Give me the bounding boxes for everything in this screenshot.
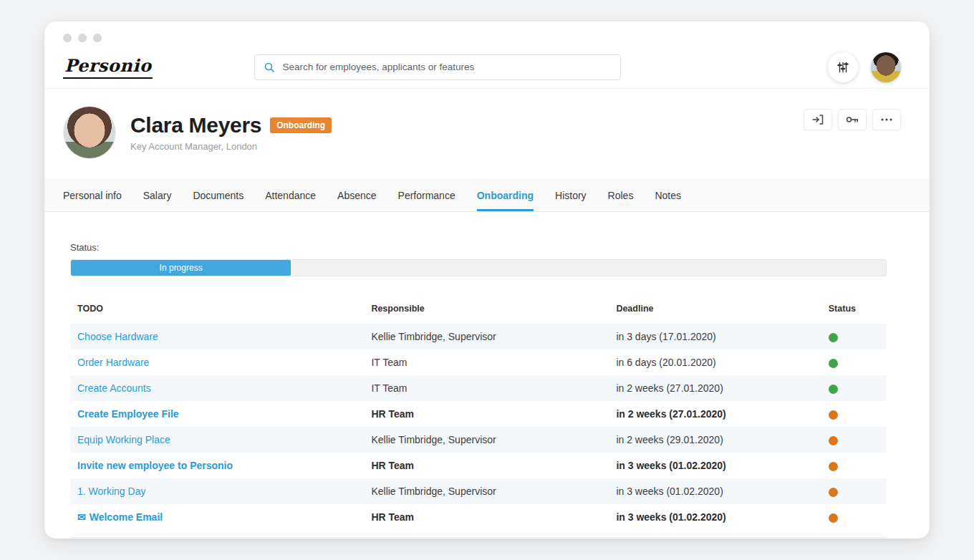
sign-in-arrow-icon xyxy=(812,115,824,125)
todo-link[interactable]: Welcome Email xyxy=(90,511,163,523)
column-header-responsible: Responsible xyxy=(364,294,609,324)
tab-salary[interactable]: Salary xyxy=(143,180,172,211)
tab-attendance[interactable]: Attendance xyxy=(265,180,316,211)
employee-header: Clara Meyers Onboarding Key Account Mana… xyxy=(44,89,930,179)
todo-link[interactable]: Create Accounts xyxy=(77,382,151,394)
onboarding-panel: Status: In progress TODO Responsible Dea… xyxy=(44,212,930,539)
todo-link[interactable]: Order Hardware xyxy=(77,357,149,368)
responsible-cell: HR Team xyxy=(364,401,609,427)
global-search[interactable] xyxy=(254,54,621,80)
responsible-cell: Kellie Timbridge, Supervisor xyxy=(364,324,609,349)
password-key-button[interactable] xyxy=(838,109,867,130)
deadline-cell: in 3 weeks (01.02.2020) xyxy=(609,504,821,530)
impersonate-login-button[interactable] xyxy=(804,109,832,130)
status-dot xyxy=(829,410,838,420)
responsible-cell: HR Team xyxy=(364,504,609,530)
tab-documents[interactable]: Documents xyxy=(193,180,244,211)
table-row: Create Accounts IT Team in 2 weeks (27.0… xyxy=(70,375,887,401)
search-input[interactable] xyxy=(282,62,612,72)
employee-name: Clara Meyers xyxy=(130,113,261,137)
personio-logo[interactable]: Personio xyxy=(63,55,153,79)
table-row: Equip Working Place Kellie Timbridge, Su… xyxy=(70,427,887,453)
column-header-todo: TODO xyxy=(70,294,364,324)
table-row: ✉Welcome Email HR Team in 3 weeks (01.02… xyxy=(70,504,887,530)
search-icon xyxy=(264,62,275,73)
table-row: Invite new employee to Personio HR Team … xyxy=(70,453,887,478)
todo-link[interactable]: 1. Working Day xyxy=(77,486,145,497)
status-dot xyxy=(829,385,838,394)
table-header-row: TODO Responsible Deadline Status xyxy=(70,294,887,324)
tab-absence[interactable]: Absence xyxy=(337,180,376,211)
tab-roles[interactable]: Roles xyxy=(608,180,634,211)
deadline-cell: in 3 weeks (01.02.2020) xyxy=(609,478,821,504)
tab-personal-info[interactable]: Personal info xyxy=(63,180,122,211)
todo-link[interactable]: Invite new employee to Personio xyxy=(77,460,233,471)
tab-history[interactable]: History xyxy=(555,180,587,211)
more-options-button[interactable] xyxy=(872,109,901,130)
todo-link[interactable]: Create Employee File xyxy=(77,408,179,420)
filter-settings-button[interactable] xyxy=(828,52,858,82)
tab-performance[interactable]: Performance xyxy=(398,180,455,211)
employee-role: Key Account Manager, London xyxy=(130,141,332,152)
deadline-cell: in 3 weeks (01.02.2020) xyxy=(609,453,821,478)
status-dot xyxy=(829,488,838,497)
status-dot xyxy=(829,333,838,342)
status-dot xyxy=(829,462,838,471)
status-dot xyxy=(829,359,838,368)
window-controls xyxy=(44,21,930,46)
deadline-cell: in 3 days (17.01.2020) xyxy=(609,324,821,349)
key-icon xyxy=(846,115,859,124)
deadline-cell: in 6 days (20.01.2020) xyxy=(609,349,821,375)
deadline-cell: in 2 weeks (27.01.2020) xyxy=(609,401,821,427)
responsible-cell: HR Team xyxy=(364,453,609,478)
todo-link[interactable]: Equip Working Place xyxy=(77,434,170,445)
deadline-cell: in 2 weeks (27.01.2020) xyxy=(609,375,821,401)
onboarding-progress-bar: In progress xyxy=(70,259,887,276)
onboarding-todo-table: TODO Responsible Deadline Status Choose … xyxy=(70,294,887,530)
todo-link[interactable]: Choose Hardware xyxy=(77,331,158,342)
employee-actions xyxy=(804,109,901,130)
responsible-cell: Kellie Timbridge, Supervisor xyxy=(364,427,609,453)
status-label: Status: xyxy=(70,242,887,253)
status-dot xyxy=(829,513,838,523)
top-navbar: Personio xyxy=(44,46,930,89)
tab-onboarding[interactable]: Onboarding xyxy=(477,180,534,211)
ellipsis-icon xyxy=(881,118,892,121)
mail-icon: ✉ xyxy=(77,511,86,523)
tune-icon xyxy=(836,61,849,74)
window-dot xyxy=(93,34,102,42)
next-row-edge xyxy=(70,537,887,539)
responsible-cell: IT Team xyxy=(364,375,609,401)
progress-label: In progress xyxy=(160,263,203,273)
status-badge: Onboarding xyxy=(270,117,332,133)
employee-info: Clara Meyers Onboarding Key Account Mana… xyxy=(130,113,332,152)
profile-tabs: Personal info Salary Documents Attendanc… xyxy=(44,179,930,212)
responsible-cell: IT Team xyxy=(364,349,609,375)
table-row: Choose Hardware Kellie Timbridge, Superv… xyxy=(70,324,887,349)
app-window: Personio xyxy=(44,21,930,539)
column-header-deadline: Deadline xyxy=(609,294,821,324)
table-row: 1. Working Day Kellie Timbridge, Supervi… xyxy=(70,478,887,504)
status-dot xyxy=(829,436,838,445)
deadline-cell: in 2 weeks (29.01.2020) xyxy=(609,427,821,453)
user-avatar[interactable] xyxy=(871,52,901,82)
tab-notes[interactable]: Notes xyxy=(655,180,681,211)
table-row: Create Employee File HR Team in 2 weeks … xyxy=(70,401,887,427)
employee-photo xyxy=(63,106,116,159)
window-dot xyxy=(63,34,72,42)
window-dot xyxy=(78,34,87,42)
progress-fill: In progress xyxy=(71,260,291,276)
table-row: Order Hardware IT Team in 6 days (20.01.… xyxy=(70,349,887,375)
responsible-cell: Kellie Timbridge, Supervisor xyxy=(364,478,609,504)
column-header-status: Status xyxy=(821,294,887,324)
topbar-actions xyxy=(828,52,901,82)
